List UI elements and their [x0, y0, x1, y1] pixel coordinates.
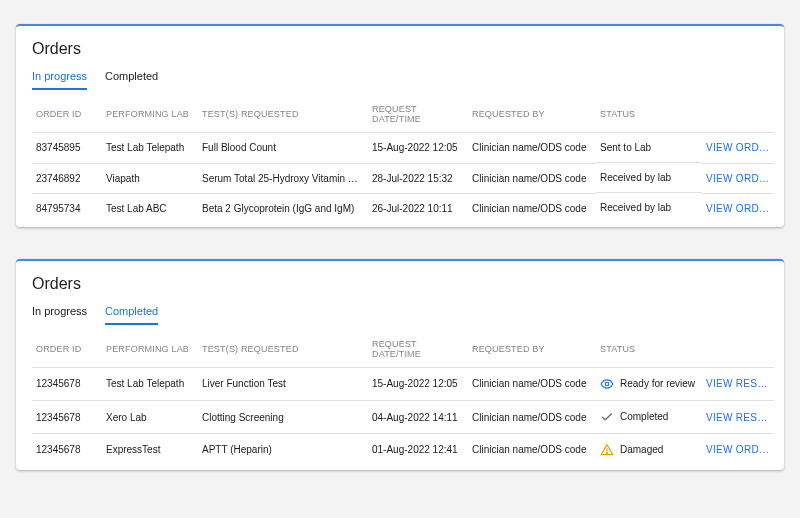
- table-row: 12345678Xero LabClotting Screening04-Aug…: [32, 401, 774, 434]
- view-action[interactable]: VIEW RESULTS: [702, 367, 774, 401]
- orders-table: ORDER IDPERFORMING LABTEST(S) REQUESTEDR…: [32, 96, 774, 223]
- request-date-time: 01-Aug-2022 12:41: [368, 434, 468, 466]
- tests-requested: Beta 2 Glycoprotein (IgG and IgM): [198, 193, 368, 223]
- view-action[interactable]: VIEW ORDER: [702, 133, 774, 164]
- svg-point-0: [605, 382, 609, 386]
- status-cell: Damaged: [596, 434, 702, 466]
- status-text: Sent to Lab: [600, 142, 651, 153]
- column-header: PERFORMING LAB: [102, 331, 198, 368]
- performing-lab: Test Lab ABC: [102, 193, 198, 223]
- requested-by: Clinician name/ODS code: [468, 434, 596, 466]
- request-date-time: 15-Aug-2022 12:05: [368, 367, 468, 401]
- order-id: 12345678: [32, 434, 102, 466]
- request-date-time: 28-Jul-2022 15:32: [368, 163, 468, 193]
- requested-by: Clinician name/ODS code: [468, 133, 596, 164]
- performing-lab: Test Lab Telepath: [102, 367, 198, 401]
- status-text: Received by lab: [600, 172, 671, 183]
- request-date-time: 15-Aug-2022 12:05: [368, 133, 468, 164]
- requested-by: Clinician name/ODS code: [468, 163, 596, 193]
- table-row: 83745895Test Lab TelepathFull Blood Coun…: [32, 133, 774, 164]
- column-header: REQUEST DATE/TIME: [368, 96, 468, 133]
- table-row: 12345678ExpressTestAPTT (Heparin)01-Aug-…: [32, 434, 774, 466]
- column-header: REQUESTED BY: [468, 96, 596, 133]
- requested-by: Clinician name/ODS code: [468, 401, 596, 434]
- request-date-time: 26-Jul-2022 10:11: [368, 193, 468, 223]
- status-cell: Ready for review: [596, 368, 702, 401]
- status-cell: Received by lab: [596, 193, 702, 222]
- view-action[interactable]: VIEW ORDER: [702, 163, 774, 193]
- order-id: 83745895: [32, 133, 102, 164]
- alert-icon: [600, 443, 614, 457]
- column-header: [702, 331, 774, 368]
- order-id: 23746892: [32, 163, 102, 193]
- view-action[interactable]: VIEW RESULTS: [702, 401, 774, 434]
- order-id: 12345678: [32, 401, 102, 434]
- orders-table: ORDER IDPERFORMING LABTEST(S) REQUESTEDR…: [32, 331, 774, 466]
- panel-title: Orders: [32, 40, 768, 58]
- column-header: PERFORMING LAB: [102, 96, 198, 133]
- status-text: Completed: [620, 411, 668, 422]
- status-cell: Sent to Lab: [596, 133, 702, 163]
- performing-lab: Viapath: [102, 163, 198, 193]
- tests-requested: Liver Function Test: [198, 367, 368, 401]
- svg-point-2: [607, 452, 608, 453]
- tests-requested: APTT (Heparin): [198, 434, 368, 466]
- status-cell: Received by lab: [596, 163, 702, 193]
- tests-requested: Full Blood Count: [198, 133, 368, 164]
- orders-panel: OrdersIn progressCompletedORDER IDPERFOR…: [16, 259, 784, 470]
- tab-in-progress[interactable]: In progress: [32, 305, 87, 325]
- view-action[interactable]: VIEW ORDER: [702, 193, 774, 223]
- column-header: REQUESTED BY: [468, 331, 596, 368]
- performing-lab: ExpressTest: [102, 434, 198, 466]
- status-cell: Completed: [596, 401, 702, 434]
- check-icon: [600, 410, 614, 424]
- column-header: TEST(S) REQUESTED: [198, 331, 368, 368]
- table-row: 23746892ViapathSerum Total 25-Hydroxy Vi…: [32, 163, 774, 193]
- order-id: 84795734: [32, 193, 102, 223]
- requested-by: Clinician name/ODS code: [468, 193, 596, 223]
- view-action[interactable]: VIEW ORDER: [702, 434, 774, 466]
- column-header: ORDER ID: [32, 331, 102, 368]
- status-text: Damaged: [620, 444, 663, 455]
- panel-title: Orders: [32, 275, 768, 293]
- tabs: In progressCompleted: [32, 70, 768, 90]
- order-id: 12345678: [32, 367, 102, 401]
- orders-panel: OrdersIn progressCompletedORDER IDPERFOR…: [16, 24, 784, 227]
- eye-icon: [600, 377, 614, 391]
- requested-by: Clinician name/ODS code: [468, 367, 596, 401]
- column-header: TEST(S) REQUESTED: [198, 96, 368, 133]
- tests-requested: Clotting Screening: [198, 401, 368, 434]
- tests-requested: Serum Total 25-Hydroxy Vitamin D Level: [198, 163, 368, 193]
- column-header: REQUEST DATE/TIME: [368, 331, 468, 368]
- request-date-time: 04-Aug-2022 14:11: [368, 401, 468, 434]
- tabs: In progressCompleted: [32, 305, 768, 325]
- status-text: Received by lab: [600, 202, 671, 213]
- status-text: Ready for review: [620, 378, 695, 389]
- column-header: ORDER ID: [32, 96, 102, 133]
- table-row: 12345678Test Lab TelepathLiver Function …: [32, 367, 774, 401]
- column-header: STATUS: [596, 96, 702, 133]
- column-header: STATUS: [596, 331, 702, 368]
- performing-lab: Xero Lab: [102, 401, 198, 434]
- tab-completed[interactable]: Completed: [105, 305, 158, 325]
- column-header: [702, 96, 774, 133]
- table-row: 84795734Test Lab ABCBeta 2 Glycoprotein …: [32, 193, 774, 223]
- tab-in-progress[interactable]: In progress: [32, 70, 87, 90]
- tab-completed[interactable]: Completed: [105, 70, 158, 90]
- performing-lab: Test Lab Telepath: [102, 133, 198, 164]
